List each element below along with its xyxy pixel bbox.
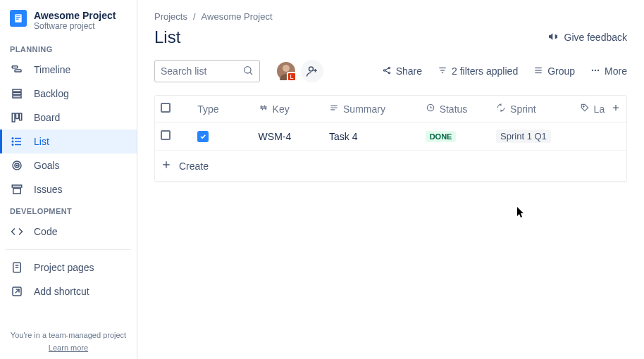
sidebar: Awesome Project Software project PLANNIN… bbox=[0, 0, 137, 359]
project-header[interactable]: Awesome Project Software project bbox=[0, 10, 137, 39]
col-type[interactable]: Type bbox=[192, 96, 252, 122]
cell-summary[interactable]: Task 4 bbox=[323, 122, 420, 151]
checkbox-icon[interactable] bbox=[161, 103, 171, 113]
sidebar-item-add-shortcut[interactable]: Add shortcut bbox=[0, 279, 137, 303]
summary-icon bbox=[329, 103, 339, 115]
megaphone-icon bbox=[547, 31, 559, 44]
col-add[interactable] bbox=[605, 96, 626, 122]
avatar-stack: L bbox=[275, 60, 323, 82]
cell-key[interactable]: WSM-4 bbox=[253, 122, 323, 151]
search-input[interactable] bbox=[161, 65, 242, 77]
more-label: More bbox=[605, 65, 627, 77]
plus-icon bbox=[161, 159, 172, 172]
sidebar-item-label: List bbox=[34, 136, 49, 147]
col-status[interactable]: Status bbox=[420, 96, 490, 122]
share-label: Share bbox=[396, 65, 422, 77]
col-checkbox[interactable] bbox=[155, 96, 192, 122]
project-title: Awesome Project bbox=[34, 10, 116, 21]
give-feedback-button[interactable]: Give feedback bbox=[547, 31, 628, 44]
footer-text: You're in a team-managed project bbox=[11, 331, 126, 339]
sidebar-item-goals[interactable]: Goals bbox=[0, 153, 137, 177]
col-sprint[interactable]: Sprint bbox=[490, 96, 574, 122]
svg-point-20 bbox=[16, 165, 18, 166]
row-checkbox[interactable] bbox=[161, 130, 171, 140]
sidebar-item-issues[interactable]: Issues bbox=[0, 177, 137, 201]
svg-rect-6 bbox=[13, 89, 21, 92]
sidebar-item-label: Board bbox=[34, 112, 60, 123]
sidebar-item-timeline[interactable]: Timeline bbox=[0, 58, 137, 82]
group-icon bbox=[533, 65, 543, 77]
svg-line-38 bbox=[385, 70, 388, 72]
sprint-tag[interactable]: Sprint 1 Q1 bbox=[496, 130, 551, 143]
create-row[interactable]: Create bbox=[155, 151, 626, 182]
sidebar-item-label: Timeline bbox=[34, 64, 70, 75]
sidebar-item-project-pages[interactable]: Project pages bbox=[0, 256, 137, 279]
share-button[interactable]: Share bbox=[382, 65, 422, 77]
filters-label: 2 filters applied bbox=[452, 65, 518, 77]
sprint-icon bbox=[496, 103, 506, 115]
svg-rect-10 bbox=[16, 113, 19, 119]
learn-more-link[interactable]: Learn more bbox=[3, 344, 134, 352]
svg-point-17 bbox=[12, 144, 13, 146]
svg-rect-9 bbox=[12, 113, 15, 122]
list-icon bbox=[10, 135, 24, 148]
svg-rect-7 bbox=[13, 93, 21, 95]
col-key[interactable]: Key bbox=[253, 96, 323, 122]
svg-line-29 bbox=[250, 72, 252, 74]
goals-icon bbox=[10, 159, 24, 172]
breadcrumb-root[interactable]: Projects bbox=[154, 11, 187, 22]
sidebar-item-label: Project pages bbox=[34, 262, 94, 273]
more-button[interactable]: More bbox=[590, 65, 627, 77]
svg-rect-21 bbox=[12, 185, 22, 187]
sidebar-item-code[interactable]: Code bbox=[0, 220, 137, 244]
filter-icon bbox=[438, 65, 447, 77]
key-icon bbox=[259, 103, 268, 115]
toolbar: L Share 2 filters applied Group More bbox=[154, 60, 627, 82]
board-icon bbox=[10, 111, 24, 124]
create-label: Create bbox=[179, 160, 209, 172]
status-icon bbox=[426, 103, 435, 115]
table-row[interactable]: WSM-4 Task 4 DONE Sprint 1 Q1 bbox=[155, 122, 626, 151]
add-shortcut-icon bbox=[10, 285, 24, 298]
sidebar-item-backlog[interactable]: Backlog bbox=[0, 82, 137, 106]
svg-point-34 bbox=[383, 69, 385, 70]
page-icon bbox=[10, 261, 24, 274]
svg-rect-0 bbox=[15, 14, 21, 23]
filters-button[interactable]: 2 filters applied bbox=[438, 65, 518, 77]
plus-icon bbox=[611, 103, 621, 115]
breadcrumb-current[interactable]: Awesome Project bbox=[202, 11, 273, 22]
svg-rect-22 bbox=[13, 189, 21, 194]
search-box[interactable] bbox=[154, 60, 260, 82]
project-subtitle: Software project bbox=[34, 21, 116, 31]
main-content: Projects / Awesome Project List Give fee… bbox=[137, 0, 644, 359]
add-person-button[interactable] bbox=[301, 60, 323, 82]
share-icon bbox=[382, 65, 392, 77]
group-button[interactable]: Group bbox=[533, 65, 575, 77]
sidebar-item-label: Goals bbox=[34, 160, 60, 171]
section-label-planning: PLANNING bbox=[0, 39, 137, 58]
col-summary[interactable]: Summary bbox=[323, 96, 420, 122]
svg-line-37 bbox=[385, 68, 388, 70]
code-icon bbox=[10, 225, 24, 238]
project-avatar bbox=[10, 10, 27, 27]
svg-point-15 bbox=[12, 138, 13, 139]
svg-point-46 bbox=[595, 69, 596, 70]
svg-rect-3 bbox=[16, 19, 19, 20]
svg-rect-4 bbox=[12, 66, 18, 68]
svg-rect-1 bbox=[16, 15, 20, 16]
group-label: Group bbox=[547, 65, 575, 77]
status-badge[interactable]: DONE bbox=[426, 131, 457, 142]
svg-rect-2 bbox=[16, 17, 20, 18]
breadcrumb: Projects / Awesome Project bbox=[154, 11, 627, 22]
svg-point-31 bbox=[309, 67, 314, 71]
user-avatar[interactable]: L bbox=[275, 61, 297, 82]
sidebar-item-list[interactable]: List bbox=[0, 130, 137, 153]
avatar-badge: L bbox=[287, 72, 297, 82]
sidebar-divider bbox=[6, 249, 131, 250]
svg-point-45 bbox=[592, 69, 593, 70]
sidebar-item-label: Issues bbox=[34, 184, 62, 195]
backlog-icon bbox=[10, 87, 24, 100]
col-labels[interactable]: La bbox=[574, 96, 605, 122]
svg-rect-5 bbox=[15, 70, 21, 72]
sidebar-item-board[interactable]: Board bbox=[0, 106, 137, 130]
